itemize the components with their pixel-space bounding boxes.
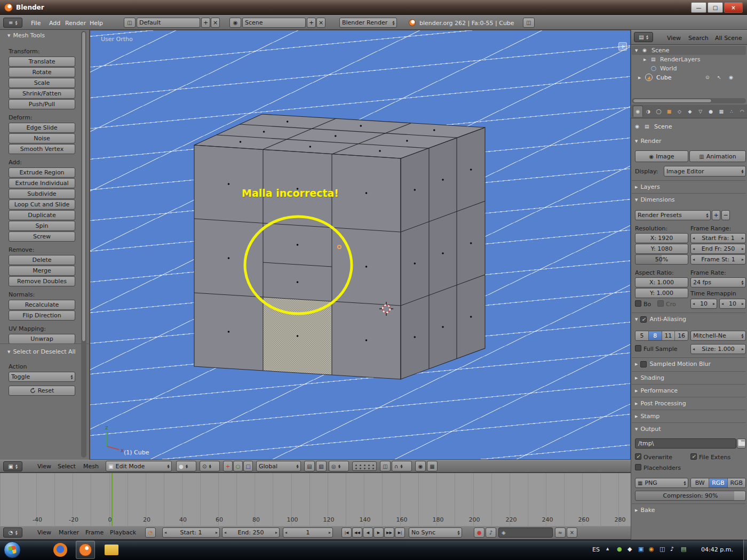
- pivot-dropdown[interactable]: ⊙ ▲▼: [200, 461, 220, 471]
- prev-keyframe-button[interactable]: ◀◀: [352, 527, 362, 538]
- section-anti-aliasing[interactable]: ▼ ✓ Anti-Aliasing: [635, 316, 686, 323]
- expand-icon[interactable]: ▼: [635, 49, 638, 53]
- preset-remove-button[interactable]: −: [721, 210, 730, 220]
- expand-icon[interactable]: ▶: [638, 76, 641, 80]
- section-bake[interactable]: ▶ Bake: [635, 507, 655, 514]
- motion-blur-checkbox[interactable]: [640, 361, 647, 367]
- tray-icon-2[interactable]: ◆: [627, 546, 632, 553]
- tray-monitor-icon[interactable]: ◫: [659, 546, 665, 553]
- stepper-right-icon[interactable]: ▸: [329, 530, 331, 535]
- taskbar-folder-icon[interactable]: [105, 545, 118, 555]
- tab-scene[interactable]: ◑: [643, 106, 654, 117]
- keying-set-field[interactable]: ◈: [498, 527, 553, 538]
- renderable-camera-icon[interactable]: ◉: [729, 75, 733, 80]
- start-frame-stepper[interactable]: ◂ Start Fra: 1 ▸: [690, 233, 746, 243]
- section-output[interactable]: ▼ Output: [635, 426, 661, 433]
- frame-end-stepper[interactable]: ◂ End: 250 ▸: [222, 527, 280, 538]
- tab-object-data[interactable]: ▽: [695, 106, 705, 117]
- aa-checkbox[interactable]: ✓: [640, 316, 647, 323]
- panel-mesh-tools[interactable]: ▼ Mesh Tools: [7, 32, 45, 39]
- tab-world[interactable]: ◯: [654, 106, 664, 117]
- crop-checkbox[interactable]: [657, 300, 664, 307]
- record-button[interactable]: ●: [474, 527, 484, 538]
- tab-object[interactable]: ■: [664, 106, 674, 117]
- output-path-field[interactable]: /tmp\: [635, 438, 736, 449]
- editor-type-3dview-button[interactable]: ▣ ▲▼: [3, 461, 22, 471]
- scene-browse-button[interactable]: ◉: [229, 18, 241, 28]
- tab-particles[interactable]: ∴: [727, 106, 737, 117]
- start-button[interactable]: [4, 541, 21, 558]
- menu-frame[interactable]: Frame: [85, 529, 104, 536]
- proportional-edit-dropdown[interactable]: ◎ ▲▼: [329, 461, 349, 471]
- compression-slider[interactable]: Compression: 90%: [635, 491, 746, 501]
- editor-type-timeline-button[interactable]: ◔ ▲▼: [3, 527, 22, 538]
- outliner-item-scene[interactable]: Scene: [651, 47, 670, 54]
- screen-layout-browse-button[interactable]: ◫: [124, 18, 136, 28]
- sync-dropdown[interactable]: No Sync ▲▼: [409, 527, 462, 538]
- tool-unwrap[interactable]: Unwrap: [9, 334, 75, 344]
- visibility-eye-icon[interactable]: ⊙: [705, 75, 710, 80]
- current-frame-indicator[interactable]: [112, 473, 113, 526]
- aa-size-stepper[interactable]: ◂ Size: 1.000 ▸: [690, 344, 746, 354]
- tab-render[interactable]: ◉: [633, 106, 643, 117]
- color-mode-bw[interactable]: BW: [691, 478, 709, 487]
- tab-constraints[interactable]: ◇: [674, 106, 685, 117]
- taskbar-firefox-icon[interactable]: [53, 543, 67, 557]
- scene-add-button[interactable]: +: [307, 18, 316, 28]
- play-button[interactable]: ▶: [374, 527, 384, 538]
- menu-marker[interactable]: Marker: [59, 529, 79, 536]
- delete-keyframe-button[interactable]: ×: [567, 527, 577, 538]
- frame-start-stepper[interactable]: ◂ Start: 1 ▸: [162, 527, 220, 538]
- tool-shelf-scrollbar-thumb[interactable]: [82, 31, 86, 342]
- opengl-render-button[interactable]: ◉: [415, 461, 426, 471]
- border-checkbox[interactable]: [635, 300, 641, 307]
- section-shading[interactable]: ▶ Shading: [635, 374, 664, 381]
- maximize-button[interactable]: □: [708, 2, 723, 13]
- resolution-percentage-slider[interactable]: 50%: [635, 254, 688, 265]
- frame-step-stepper[interactable]: ◂ Frame St: 1 ▸: [690, 254, 746, 265]
- end-frame-stepper[interactable]: ◂ End Fr: 250 ▸: [690, 244, 746, 254]
- time-icon-button[interactable]: ◔: [145, 527, 156, 538]
- window-screen-icon-button[interactable]: ◫: [523, 18, 535, 28]
- tool-recalculate[interactable]: Recalculate: [9, 300, 75, 310]
- remap-old-stepper[interactable]: ◂ 10 ▸: [690, 299, 717, 309]
- aa-samples-8[interactable]: 8: [649, 331, 662, 340]
- browse-folder-button[interactable]: [737, 438, 746, 449]
- pin-icon[interactable]: ◉: [635, 124, 639, 129]
- layers-widget[interactable]: [352, 461, 377, 471]
- viewport-3d[interactable]: z x User Ortho Malla incorrecta! (1) Cub…: [90, 30, 631, 460]
- tray-language[interactable]: ES: [592, 546, 600, 553]
- editor-type-outliner-button[interactable]: ▤ ▲▼: [634, 32, 653, 42]
- fps-dropdown[interactable]: 24 fps ▲▼: [690, 277, 746, 287]
- tray-volume-icon[interactable]: ♪: [670, 546, 674, 553]
- aspect-y-field[interactable]: Y: 1.000: [635, 288, 688, 298]
- section-motion-blur[interactable]: ▶ Sampled Motion Blur: [635, 361, 711, 367]
- section-post-processing[interactable]: ▶ Post Processing: [635, 400, 686, 407]
- tab-material[interactable]: ●: [706, 106, 716, 117]
- tab-texture[interactable]: ▦: [716, 106, 726, 117]
- stepper-right-icon[interactable]: ▸: [742, 347, 744, 351]
- orientation-dropdown[interactable]: Global ▲▼: [256, 461, 301, 471]
- section-performance[interactable]: ▶ Performance: [635, 387, 678, 394]
- action-dropdown[interactable]: Toggle ▲▼: [9, 372, 75, 382]
- section-layers[interactable]: ▶ Layers: [635, 183, 660, 190]
- section-stamp[interactable]: ▶ Stamp: [635, 413, 659, 420]
- tray-icon-1[interactable]: ●: [617, 546, 622, 553]
- manipulator-translate-button[interactable]: +: [223, 461, 233, 471]
- remap-new-stepper[interactable]: ◂ 10 ▸: [719, 299, 746, 309]
- jump-to-start-button[interactable]: |◀: [341, 527, 352, 538]
- section-dimensions[interactable]: ▼ Dimensions: [635, 196, 675, 203]
- snap-magnet-dropdown[interactable]: ∩ ▲▼: [392, 461, 412, 471]
- menu-render[interactable]: Render: [65, 20, 86, 27]
- viewport-shading-dropdown[interactable]: ● ▲▼: [176, 461, 196, 471]
- tab-modifiers[interactable]: ◆: [685, 106, 695, 117]
- lock-button[interactable]: ◫: [380, 461, 391, 471]
- render-image-button[interactable]: ◉ Image: [635, 150, 688, 162]
- file-extensions-checkbox[interactable]: ✓: [690, 453, 697, 460]
- expand-icon[interactable]: ▶: [643, 58, 646, 62]
- aspect-x-field[interactable]: X: 1.000: [635, 277, 688, 287]
- current-frame-stepper[interactable]: ◂ 1 ▸: [283, 527, 333, 538]
- menu-view-timeline[interactable]: View: [37, 529, 51, 536]
- menu-file[interactable]: File: [31, 20, 41, 27]
- aa-samples-11[interactable]: 11: [662, 331, 676, 340]
